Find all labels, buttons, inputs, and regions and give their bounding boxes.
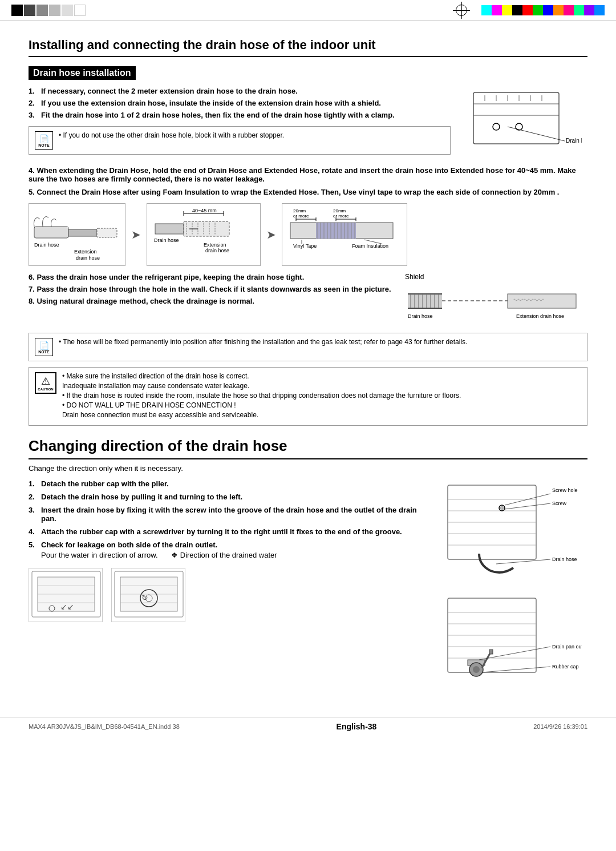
diagram-2: 40~45 mm Drain hose Extension drain hose	[147, 203, 261, 266]
svg-text:or more: or more	[333, 213, 349, 219]
note-label: NOTE	[38, 143, 49, 147]
svg-text:40~45 mm: 40~45 mm	[192, 208, 217, 213]
step7-text: Pass the drain hose through the hole in …	[37, 285, 391, 293]
s2-step3: Insert the drain hose by fixing it with …	[29, 506, 433, 523]
steps6-8: 6. Pass the drain hose under the refrige…	[29, 273, 394, 327]
section2-intro: Change the direction only when it is nec…	[29, 464, 587, 473]
drain-hole-label: Drain hose hole	[566, 138, 582, 144]
color-chip	[492, 5, 502, 15]
diagram-1: Drain hose Extension drain hose	[29, 203, 125, 266]
top-section: If necessary, connect the 2 meter extens…	[29, 87, 587, 160]
diag2-svg: 40~45 mm Drain hose Extension drain hose	[149, 207, 258, 263]
step-2: If you use the extension drain hose, ins…	[29, 99, 451, 107]
bottom-diag-1: ↙↙	[29, 568, 103, 622]
note-icon: 📄 NOTE	[35, 131, 53, 150]
s2-step5-sub: Pour the water in direction of arrow. ❖ …	[41, 551, 433, 559]
page-footer: MAX4 AR30JV&JS_IB&IM_DB68-04541A_EN.indd…	[0, 717, 616, 736]
color-chip	[564, 5, 574, 15]
step8-num: 8.	[29, 297, 37, 305]
svg-text:Drain hose: Drain hose	[34, 242, 59, 248]
step4-container: 4. When extending the Drain Hose, hold t…	[29, 166, 587, 183]
svg-text:Drain hose: Drain hose	[408, 313, 433, 319]
shield-diagram-container: Shield	[405, 273, 587, 327]
rubber-cap-diagram: Drain pan outlet Rubber cap	[445, 592, 587, 694]
step7-num: 7.	[29, 285, 37, 293]
step6: 6. Pass the drain hose under the refrige…	[29, 273, 394, 281]
step4-number: 4.	[29, 166, 37, 175]
bottom-diagrams: ↙↙ ↻	[29, 568, 433, 622]
step-3: Fit the drain hose into 1 of 2 drain hos…	[29, 111, 451, 119]
step5-container: 5. Connect the Drain Hose after using Fo…	[29, 188, 587, 196]
svg-text:Drain hose: Drain hose	[154, 237, 179, 243]
arrow-right-2: ➤	[266, 228, 276, 241]
step6-text: Pass the drain hose under the refrigeran…	[37, 273, 304, 281]
color-chip	[522, 5, 533, 15]
note-symbol: 📄	[39, 134, 49, 143]
steps6-8-row: 6. Pass the drain hose under the refrige…	[29, 273, 587, 327]
svg-rect-12	[34, 227, 68, 238]
note-box-1: 📄 NOTE • If you do not use the other dra…	[29, 126, 451, 155]
diagrams-row: Drain hose Extension drain hose ➤ 40~45 …	[29, 203, 587, 266]
note-text-2: • The hose will be fixed permanently int…	[59, 338, 467, 346]
svg-text:drain hose: drain hose	[205, 248, 229, 253]
svg-rect-13	[68, 229, 97, 236]
svg-line-122	[482, 667, 550, 672]
screw-svg: Screw hole Screw Drain hose	[445, 479, 582, 579]
color-chip	[574, 5, 584, 15]
bottom-diag-2-svg: ↻	[112, 568, 186, 623]
section2-title: Changing direction of the drain hose	[29, 437, 587, 459]
step5-number: 5.	[29, 188, 37, 196]
note-text-1: • If you do not use the other drain hose…	[59, 131, 284, 139]
svg-line-105	[505, 503, 550, 509]
s2-step4: Attach the rubber cap with a screwdriver…	[29, 527, 433, 536]
color-chip	[502, 5, 512, 15]
step4-text: When extending the Drain Hose, hold the …	[29, 166, 576, 183]
drain-hole-diagram: Drain hose hole	[462, 87, 587, 160]
steps-list-b: Detach the rubber cap with the plier. De…	[29, 479, 433, 559]
s2-step2: Detach the drain hose by pulling it and …	[29, 493, 433, 501]
svg-text:Drain hose: Drain hose	[552, 556, 577, 562]
direction-label: ❖ Direction of the drained water	[171, 551, 277, 559]
step6-num: 6.	[29, 273, 37, 281]
footer-file: MAX4 AR30JV&JS_IB&IM_DB68-04541A_EN.indd…	[29, 723, 180, 730]
color-chip	[24, 5, 35, 16]
color-chip	[584, 5, 594, 15]
diagram-3: 20mm or more 20mm or more	[282, 203, 407, 266]
color-bar-right	[481, 5, 605, 15]
svg-text:〰〰〰: 〰〰〰	[513, 295, 544, 306]
steps-list-1: If necessary, connect the 2 meter extens…	[29, 87, 451, 119]
svg-text:Screw: Screw	[552, 501, 567, 506]
s2-step1: Detach the rubber cap with the plier.	[29, 479, 433, 488]
svg-rect-45	[316, 223, 356, 239]
step8-text: Using natural drainage method, check the…	[37, 297, 254, 305]
svg-text:Extension: Extension	[204, 242, 226, 248]
svg-text:drain hose: drain hose	[76, 255, 100, 261]
caution-line3: • If the drain hose is routed inside the…	[62, 392, 461, 400]
caution-icon: CAUTION	[35, 372, 56, 394]
shield-label: Shield	[405, 273, 587, 281]
caution-line1: • Make sure the installed direction of t…	[62, 372, 461, 380]
caution-label: CAUTION	[38, 388, 53, 391]
color-chip	[543, 5, 553, 15]
screw-diagram: Screw hole Screw Drain hose	[445, 479, 587, 581]
svg-text:20mm: 20mm	[333, 208, 346, 213]
step5-text: Connect the Drain Hose after using Foam …	[37, 188, 559, 196]
color-chip	[37, 5, 48, 16]
step8: 8. Using natural drainage method, check …	[29, 297, 394, 305]
print-marks	[0, 0, 616, 21]
page-content: Installing and connecting the drain hose…	[0, 21, 616, 717]
svg-text:Rubber cap: Rubber cap	[552, 664, 579, 669]
note-box-2: 📄 NOTE • The hose will be fixed permanen…	[29, 333, 587, 361]
svg-point-3	[493, 123, 500, 130]
rubber-cap-svg: Drain pan outlet Rubber cap	[445, 592, 582, 692]
svg-text:↻: ↻	[141, 593, 148, 602]
steps-col: Detach the rubber cap with the plier. De…	[29, 479, 433, 694]
color-chip	[11, 5, 23, 16]
svg-text:Extension: Extension	[74, 249, 97, 255]
bottom-diag-2: ↻	[111, 568, 185, 622]
crosshair	[453, 2, 470, 19]
color-chip	[553, 5, 564, 15]
right-diagrams: Screw hole Screw Drain hose	[445, 479, 587, 694]
color-chip	[62, 5, 73, 16]
steps-left: If necessary, connect the 2 meter extens…	[29, 87, 451, 160]
